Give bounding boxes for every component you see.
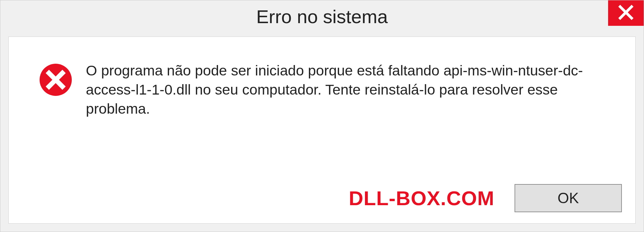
error-message: O programa não pode ser iniciado porque … xyxy=(86,61,615,118)
ok-button-label: OK xyxy=(557,190,579,207)
ok-button[interactable]: OK xyxy=(515,184,622,212)
footer-row: DLL-BOX.COM OK xyxy=(9,180,635,223)
titlebar: Erro no sistema xyxy=(0,0,644,33)
message-row: O programa não pode ser iniciado porque … xyxy=(39,61,615,118)
close-icon xyxy=(618,5,634,21)
watermark-text: DLL-BOX.COM xyxy=(349,187,494,210)
content-panel: O programa não pode ser iniciado porque … xyxy=(8,37,636,224)
error-icon xyxy=(39,63,72,97)
dialog-title: Erro no sistema xyxy=(256,6,388,27)
close-button[interactable] xyxy=(608,0,644,26)
